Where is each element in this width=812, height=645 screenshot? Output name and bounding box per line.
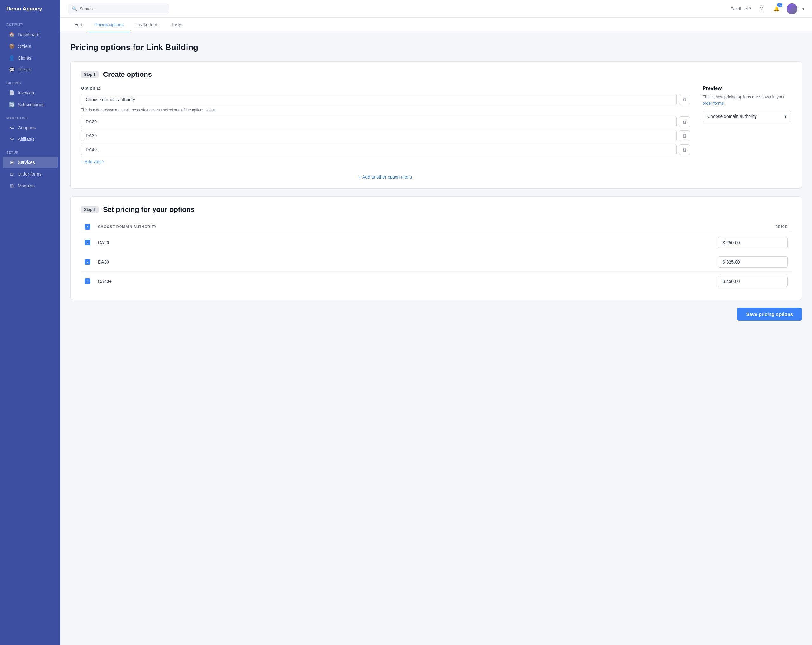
search-box[interactable]: 🔍 <box>68 4 169 13</box>
chevron-down-icon[interactable]: ▾ <box>803 7 804 11</box>
avatar[interactable] <box>787 3 797 14</box>
sidebar-item-label: Dashboard <box>18 32 40 37</box>
order-forms-icon: ⊟ <box>9 171 15 177</box>
sidebar-item-label: Tickets <box>18 67 32 72</box>
tab-intake-form[interactable]: Intake form <box>130 18 165 32</box>
value-inputs: 🗑 🗑 🗑 <box>81 116 690 156</box>
preview-dropdown[interactable]: Choose domain authority ▾ <box>702 111 791 122</box>
preview-dropdown-text: Choose domain authority <box>707 114 757 119</box>
section-label-setup: SETUP <box>0 145 60 156</box>
topbar: 🔍 Feedback? ? 🔔 5 ▾ <box>60 0 812 18</box>
sidebar: Demo Agency ACTIVITY 🏠 Dashboard 📦 Order… <box>0 0 60 645</box>
domain-authority-col-header: CHOOSE DOMAIN AUTHORITY <box>94 221 416 233</box>
row-3-check-cell: ✓ <box>81 272 94 291</box>
row-2-checkbox[interactable]: ✓ <box>85 259 90 265</box>
price-input-2[interactable] <box>718 256 788 268</box>
help-button[interactable]: ? <box>756 4 766 14</box>
sidebar-item-invoices[interactable]: 📄 Invoices <box>3 87 58 99</box>
trash-icon: 🗑 <box>682 97 687 102</box>
content-area: Pricing options for Link Building Step 1… <box>60 32 812 645</box>
preview-hint: This is how pricing options are shown in… <box>702 94 791 106</box>
sidebar-item-order-forms[interactable]: ⊟ Order forms <box>3 168 58 180</box>
sidebar-item-label: Orders <box>18 44 31 49</box>
price-input-1[interactable] <box>718 237 788 248</box>
search-input[interactable] <box>79 6 165 11</box>
row-1-checkbox[interactable]: ✓ <box>85 240 90 245</box>
value-input-2[interactable] <box>81 130 676 142</box>
row-1-price-cell <box>416 233 791 252</box>
pricing-table: ✓ CHOOSE DOMAIN AUTHORITY PRICE ✓ DA20 <box>81 221 791 291</box>
sidebar-item-clients[interactable]: 👤 Clients <box>3 52 58 64</box>
sidebar-item-label: Subscriptions <box>18 102 44 107</box>
topbar-right: Feedback? ? 🔔 5 ▾ <box>731 3 804 14</box>
option-name-input[interactable] <box>81 94 676 105</box>
orders-icon: 📦 <box>9 43 15 49</box>
step1-left: Option 1: 🗑 This is a drop-down menu whe… <box>81 85 690 180</box>
option-label: Option 1: <box>81 85 690 91</box>
trash-icon: 🗑 <box>682 119 687 124</box>
sidebar-item-label: Clients <box>18 55 31 61</box>
step1-header: Step 1 Create options <box>81 70 791 79</box>
price-col-header: PRICE <box>416 221 791 233</box>
search-icon: 🔍 <box>72 6 77 11</box>
row-3-price-cell <box>416 272 791 291</box>
sidebar-section-activity: ACTIVITY 🏠 Dashboard 📦 Orders 👤 Clients … <box>0 17 60 76</box>
sidebar-item-dashboard[interactable]: 🏠 Dashboard <box>3 29 58 40</box>
notification-count: 5 <box>777 3 782 7</box>
sidebar-item-label: Order forms <box>18 172 41 177</box>
sidebar-item-services[interactable]: ⊞ Services <box>3 157 58 168</box>
tab-tasks[interactable]: Tasks <box>165 18 189 32</box>
sidebar-item-label: Coupons <box>18 125 35 130</box>
sidebar-item-coupons[interactable]: 🏷 Coupons <box>3 122 58 133</box>
invoices-icon: 📄 <box>9 90 15 96</box>
tabbar: Edit Pricing options Intake form Tasks <box>60 18 812 32</box>
delete-value-2-button[interactable]: 🗑 <box>679 130 690 141</box>
price-input-3[interactable] <box>718 276 788 287</box>
step2-title: Set pricing for your options <box>103 206 194 214</box>
price-input-wrap-2 <box>420 256 788 268</box>
affiliates-icon: ✉ <box>9 136 15 142</box>
sidebar-item-subscriptions[interactable]: 🔄 Subscriptions <box>3 99 58 110</box>
trash-icon: 🗑 <box>682 147 687 152</box>
avatar-image <box>787 3 797 14</box>
row-3-checkbox[interactable]: ✓ <box>85 278 90 284</box>
row-1-check-cell: ✓ <box>81 233 94 252</box>
tab-edit[interactable]: Edit <box>68 18 88 32</box>
page-title: Pricing options for Link Building <box>70 43 802 52</box>
order-forms-link[interactable]: order forms. <box>702 101 725 105</box>
add-option-menu-button[interactable]: + Add another option menu <box>81 171 690 180</box>
sidebar-item-label: Services <box>18 160 35 165</box>
select-all-checkbox[interactable]: ✓ <box>85 224 90 230</box>
section-label-billing: BILLING <box>0 76 60 87</box>
row-2-name: DA30 <box>98 259 109 264</box>
notifications-button[interactable]: 🔔 5 <box>771 4 781 14</box>
table-header-row: ✓ CHOOSE DOMAIN AUTHORITY PRICE <box>81 221 791 233</box>
sidebar-item-orders[interactable]: 📦 Orders <box>3 41 58 52</box>
tab-pricing-options[interactable]: Pricing options <box>88 18 130 32</box>
dropdown-hint: This is a drop-down menu where customers… <box>81 108 690 112</box>
delete-option-button[interactable]: 🗑 <box>679 94 690 105</box>
step1-body: Option 1: 🗑 This is a drop-down menu whe… <box>81 85 791 180</box>
main-area: 🔍 Feedback? ? 🔔 5 ▾ Edit Pricing options… <box>60 0 812 645</box>
row-1-name-cell: DA20 <box>94 233 416 252</box>
sidebar-item-modules[interactable]: ⊞ Modules <box>3 180 58 192</box>
feedback-button[interactable]: Feedback? <box>731 6 751 11</box>
step2-header: Step 2 Set pricing for your options <box>81 206 791 214</box>
step1-section: Step 1 Create options Option 1: 🗑 This i… <box>70 61 802 189</box>
delete-value-1-button[interactable]: 🗑 <box>679 116 690 127</box>
step2-section: Step 2 Set pricing for your options ✓ CH… <box>70 196 802 300</box>
sidebar-item-label: Invoices <box>18 90 34 95</box>
delete-value-3-button[interactable]: 🗑 <box>679 144 690 155</box>
help-icon: ? <box>760 6 763 12</box>
home-icon: 🏠 <box>9 32 15 37</box>
add-value-button[interactable]: + Add value <box>81 158 104 166</box>
save-pricing-options-button[interactable]: Save pricing options <box>737 308 802 320</box>
step1-badge: Step 1 <box>81 71 99 78</box>
sidebar-item-affiliates[interactable]: ✉ Affiliates <box>3 134 58 145</box>
row-1-name: DA20 <box>98 240 109 245</box>
value-input-3[interactable] <box>81 144 676 156</box>
step1-title: Create options <box>103 70 152 79</box>
subscriptions-icon: 🔄 <box>9 102 15 108</box>
sidebar-item-tickets[interactable]: 💬 Tickets <box>3 64 58 75</box>
value-input-1[interactable] <box>81 116 676 128</box>
